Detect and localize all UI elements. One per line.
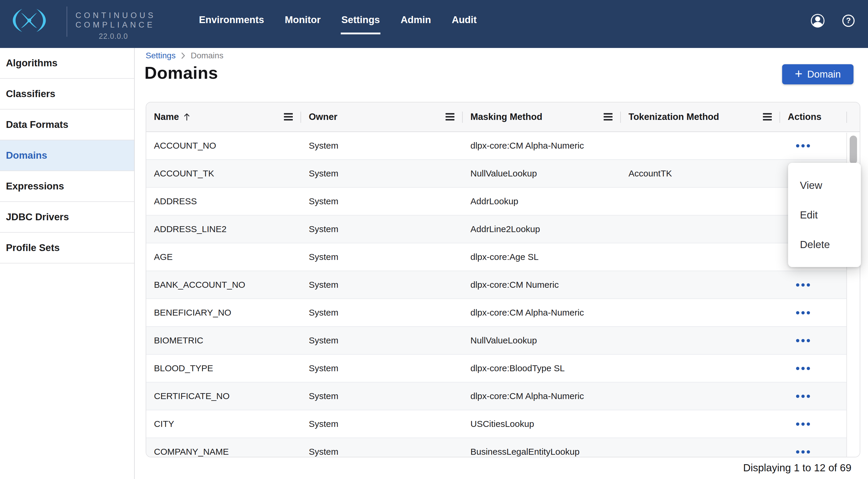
nav-item-admin[interactable]: Admin [401, 0, 431, 48]
product-name: CONTINUOUS COMPLIANCE [75, 11, 152, 30]
row-actions-button[interactable] [794, 279, 812, 291]
table-row-blood-type: BLOOD_TYPESystemdlpx-core:BloodType SL [146, 355, 860, 382]
sidebar-item-algorithms[interactable]: Algorithms [0, 48, 134, 79]
cell-owner: System [301, 160, 463, 187]
cell-tokenization-method [621, 188, 780, 215]
row-actions-button[interactable] [794, 335, 812, 346]
cell-masking-method: NullValueLookup [463, 327, 621, 354]
sidebar-item-label: Classifiers [6, 88, 55, 99]
cell-masking-method: dlpx-core:CM Alpha-Numeric [463, 299, 621, 326]
cell-owner: System [301, 271, 463, 298]
pagination-status: Displaying 1 to 12 of 69 [743, 462, 851, 474]
nav-item-settings[interactable]: Settings [341, 0, 380, 48]
cell-name: ACCOUNT_TK [146, 160, 301, 187]
column-header-label: Owner [309, 111, 337, 122]
sidebar-item-expressions[interactable]: Expressions [0, 171, 134, 202]
column-header-label: Tokenization Method [628, 111, 719, 122]
sidebar-item-classifiers[interactable]: Classifiers [0, 79, 134, 109]
cell-owner: System [301, 438, 463, 457]
table-header-row: NameOwnerMasking MethodTokenization Meth… [146, 102, 860, 132]
menu-item-delete[interactable]: Delete [788, 230, 861, 259]
table-row-biometric: BIOMETRICSystemNullValueLookup [146, 327, 860, 355]
column-menu-icon[interactable] [284, 113, 293, 121]
breadcrumb: Settings Domains [146, 51, 223, 60]
table-row-age: AGESystemdlpx-core:Age SL [146, 243, 860, 271]
cell-owner: System [301, 355, 463, 382]
cell-tokenization-method [621, 132, 780, 159]
cell-name: ADDRESS [146, 188, 301, 215]
cell-masking-method: USCitiesLookup [463, 410, 621, 438]
cell-tokenization-method [621, 243, 780, 270]
column-header-name[interactable]: Name [146, 102, 301, 131]
svg-text:?: ? [846, 16, 851, 25]
cell-owner: System [301, 132, 463, 159]
domains-table: NameOwnerMasking MethodTokenization Meth… [146, 102, 860, 457]
breadcrumb-current: Domains [191, 51, 223, 60]
nav-item-audit[interactable]: Audit [452, 0, 477, 48]
help-icon[interactable]: ? [842, 14, 855, 27]
row-actions-button[interactable] [794, 363, 812, 374]
sidebar-item-profile-sets[interactable]: Profile Sets [0, 233, 134, 263]
cell-name: ACCOUNT_NO [146, 132, 301, 159]
row-actions-button[interactable] [794, 140, 812, 152]
cell-masking-method: BusinessLegalEntityLookup [463, 438, 621, 457]
row-actions-button[interactable] [794, 418, 812, 430]
row-actions-button[interactable] [794, 446, 812, 458]
sidebar-item-label: Expressions [6, 181, 64, 192]
sidebar-item-data-formats[interactable]: Data Formats [0, 109, 134, 140]
sidebar-item-label: Profile Sets [6, 242, 60, 253]
table-row-city: CITYSystemUSCitiesLookup [146, 410, 860, 438]
column-header-label: Masking Method [470, 111, 542, 122]
user-account-icon[interactable] [811, 13, 825, 28]
table-scrollbar-thumb[interactable] [850, 136, 857, 164]
table-row-address-line2: ADDRESS_LINE2SystemAddrLine2Lookup [146, 216, 860, 243]
cell-masking-method: dlpx-core:BloodType SL [463, 355, 621, 382]
cell-masking-method: AddrLookup [463, 188, 621, 215]
table-row-account-no: ACCOUNT_NOSystemdlpx-core:CM Alpha-Numer… [146, 132, 860, 160]
sidebar-item-domains[interactable]: Domains [0, 140, 134, 171]
table-row-company-name: COMPANY_NAMESystemBusinessLegalEntityLoo… [146, 438, 860, 457]
cell-actions [780, 410, 847, 438]
cell-actions [780, 271, 847, 298]
column-header-tokenization-method[interactable]: Tokenization Method [621, 102, 780, 131]
table-row-beneficiary-no: BENEFICIARY_NOSystemdlpx-core:CM Alpha-N… [146, 299, 860, 327]
delphix-logo-icon [13, 9, 46, 33]
menu-item-view[interactable]: View [788, 170, 861, 200]
nav-item-environments[interactable]: Environments [199, 0, 264, 48]
primary-nav: EnvironmentsMonitorSettingsAdminAudit [199, 0, 477, 48]
sidebar-item-label: Domains [6, 150, 47, 161]
column-menu-icon[interactable] [445, 113, 455, 121]
column-header-owner[interactable]: Owner [301, 102, 463, 131]
cell-actions [780, 382, 847, 410]
cell-actions [780, 355, 847, 382]
column-header-label: Name [154, 111, 179, 122]
cell-masking-method: AddrLine2Lookup [463, 216, 621, 243]
page-title: Domains [145, 63, 218, 83]
cell-tokenization-method [621, 299, 780, 326]
cell-masking-method: dlpx-core:CM Alpha-Numeric [463, 382, 621, 410]
column-menu-icon[interactable] [603, 113, 613, 121]
cell-owner: System [301, 410, 463, 438]
column-header-label: Actions [788, 111, 822, 122]
cell-name: BENEFICIARY_NO [146, 299, 301, 326]
row-actions-button[interactable] [794, 390, 812, 402]
table-row-bank-account-no: BANK_ACCOUNT_NOSystemdlpx-core:CM Numeri… [146, 271, 860, 299]
column-header-actions[interactable]: Actions [780, 102, 847, 131]
add-domain-button[interactable]: + Domain [782, 64, 854, 84]
breadcrumb-settings-link[interactable]: Settings [146, 51, 176, 60]
cell-masking-method: dlpx-core:CM Numeric [463, 271, 621, 298]
nav-item-monitor[interactable]: Monitor [285, 0, 321, 48]
row-actions-menu: ViewEditDelete [788, 163, 861, 267]
cell-owner: System [301, 382, 463, 410]
menu-item-edit[interactable]: Edit [788, 200, 861, 230]
sidebar-item-label: Algorithms [6, 57, 57, 69]
cell-tokenization-method [621, 327, 780, 354]
sort-ascending-icon [184, 113, 190, 121]
cell-tokenization-method [621, 355, 780, 382]
cell-tokenization-method [621, 438, 780, 457]
sidebar-item-jdbc-drivers[interactable]: JDBC Drivers [0, 202, 134, 233]
row-actions-button[interactable] [794, 307, 812, 319]
cell-owner: System [301, 299, 463, 326]
column-header-masking-method[interactable]: Masking Method [463, 102, 621, 131]
column-menu-icon[interactable] [763, 113, 772, 121]
